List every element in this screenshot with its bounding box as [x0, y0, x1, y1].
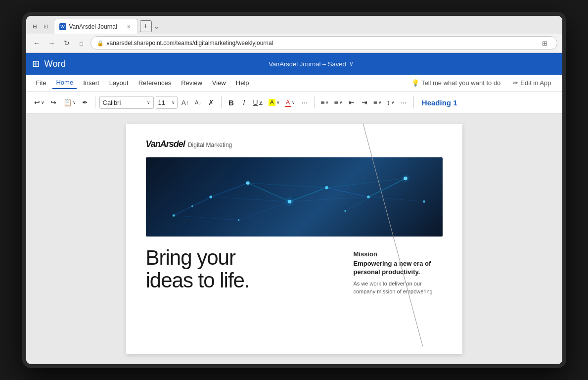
doc-mission-headline: Empowering a new era of personal product…	[354, 260, 443, 277]
font-color-button[interactable]: A ∨	[283, 95, 298, 109]
tab-title: VanArsdel Journal	[69, 23, 123, 30]
svg-point-28	[244, 179, 251, 187]
word-app-bar: ⊞ Word VanArsdel Journal – Saved ∨	[26, 53, 562, 75]
increase-indent-icon: ⇥	[362, 98, 367, 106]
word-doc-title: VanArsdel Journal – Saved ∨	[66, 60, 556, 68]
toolbar-divider-4	[413, 96, 414, 108]
svg-line-11	[192, 183, 248, 206]
tab-ctrl-btn-1[interactable]: ⊟	[31, 22, 39, 30]
browser-chrome: ⊟ ⊡ W VanArsdel Journal × + ⌄ ← → ↻ ⌂	[26, 16, 562, 53]
increase-font-icon: A↑	[181, 99, 189, 106]
bullets-button[interactable]: ≡ ∨	[318, 95, 331, 109]
numbering-button[interactable]: ≡ ∨	[332, 95, 344, 109]
clear-format-button[interactable]: ✗	[205, 95, 217, 109]
line-spacing-icon: ↕	[387, 98, 390, 106]
menu-item-file[interactable]: File	[32, 77, 50, 89]
toolbar-group-paragraph: ≡ ∨ ≡ ∨ ⇤ ⇥ ≡ ∨ ↕ ∨	[318, 95, 409, 109]
svg-line-6	[174, 216, 238, 220]
bold-button[interactable]: B	[226, 95, 237, 109]
format-painter-button[interactable]: ✒	[79, 95, 91, 109]
doc-mission-body: As we work to deliver on our company mis…	[354, 280, 443, 296]
decrease-font-button[interactable]: A↓	[192, 95, 204, 109]
underline-button[interactable]: U ∨	[251, 95, 265, 109]
align-icon: ≡	[373, 98, 377, 106]
redo-button[interactable]: ↩	[47, 95, 59, 109]
toolbar-divider-2	[221, 96, 222, 108]
toolbar-group-undo: ↩ ∨ ↩	[32, 95, 59, 109]
heading-style-button[interactable]: Heading 1	[418, 97, 461, 108]
pencil-icon: ✏	[513, 79, 518, 87]
word-app-name-label: Word	[45, 59, 66, 69]
refresh-button[interactable]: ↻	[61, 37, 73, 49]
svg-point-23	[237, 219, 239, 221]
more-text-button[interactable]: ···	[298, 95, 310, 109]
menu-item-references[interactable]: References	[135, 77, 175, 89]
svg-line-10	[326, 179, 405, 188]
svg-line-8	[248, 183, 326, 188]
new-tab-button[interactable]: +	[140, 20, 152, 32]
toolbar-group-color: A ∨ A ∨ ···	[267, 95, 311, 109]
svg-line-4	[326, 188, 368, 197]
toolbar-divider-1	[95, 96, 95, 108]
bullets-chevron: ∨	[325, 100, 329, 105]
menu-item-insert[interactable]: Insert	[79, 77, 103, 89]
back-button[interactable]: ←	[31, 37, 43, 49]
forward-button[interactable]: →	[46, 37, 58, 49]
italic-button[interactable]: I	[238, 95, 250, 109]
font-name-selector[interactable]: Calibri ∨	[99, 96, 154, 109]
document-area: VanArsdel Digital Marketing	[26, 114, 562, 364]
align-button[interactable]: ≡ ∨	[371, 95, 384, 109]
clipboard-icon: 📋	[63, 98, 72, 106]
doc-content-row: Bring your ideas to life. Mission Empowe…	[146, 246, 443, 296]
svg-point-20	[367, 195, 370, 198]
home-button[interactable]: ⌂	[76, 37, 88, 49]
tab-close-button[interactable]: ×	[126, 23, 133, 30]
font-size-selector[interactable]: 11 ∨	[156, 96, 178, 109]
doc-brand-name: VanArsdel	[146, 139, 185, 149]
undo-button[interactable]: ↩ ∨	[32, 95, 46, 109]
underline-chevron: ∨	[259, 100, 263, 105]
menu-item-view[interactable]: View	[208, 77, 230, 89]
more-paragraph-button[interactable]: ···	[398, 95, 409, 109]
menu-item-layout[interactable]: Layout	[105, 77, 133, 89]
edit-in-app-button[interactable]: ✏ Edit in App	[508, 78, 556, 88]
svg-line-14	[368, 197, 424, 201]
svg-line-5	[368, 179, 406, 197]
increase-indent-button[interactable]: ⇥	[359, 95, 370, 109]
highlight-icon: A	[269, 99, 275, 106]
address-bar[interactable]: 🔒 ⊞	[90, 36, 557, 50]
clipboard-button[interactable]: 📋 ∨	[61, 95, 78, 109]
apps-grid-icon[interactable]: ⊞	[32, 58, 40, 69]
decrease-indent-icon: ⇤	[349, 98, 355, 106]
tab-ctrl-btn-2[interactable]: ⊡	[42, 22, 50, 30]
numbering-icon: ≡	[334, 98, 338, 106]
word-doc-name: VanArsdel Journal – Saved	[269, 60, 346, 68]
reader-view-button[interactable]: ⊞	[539, 37, 551, 49]
font-size-value: 11	[158, 99, 165, 106]
browser-tab-active[interactable]: W VanArsdel Journal ×	[54, 19, 138, 34]
toolbar-group-clipboard: 📋 ∨ ✒	[61, 95, 91, 109]
device-screen: ⊟ ⊡ W VanArsdel Journal × + ⌄ ← → ↻ ⌂	[26, 16, 562, 364]
doc-headline: Bring your ideas to life.	[146, 246, 342, 292]
menu-item-review[interactable]: Review	[177, 77, 206, 89]
tab-overflow-button[interactable]: ⌄	[154, 22, 160, 30]
doc-hero-image	[146, 157, 443, 237]
highlight-button[interactable]: A ∨	[267, 95, 282, 109]
svg-line-12	[238, 201, 289, 220]
address-url-input[interactable]	[107, 40, 536, 47]
increase-font-button[interactable]: A↑	[180, 95, 191, 109]
word-title-chevron-icon[interactable]: ∨	[349, 60, 354, 67]
undo-icon: ↩	[34, 98, 40, 106]
font-name-chevron: ∨	[147, 100, 150, 105]
decrease-indent-button[interactable]: ⇤	[346, 95, 358, 109]
menu-item-help[interactable]: Help	[232, 77, 253, 89]
line-spacing-button[interactable]: ↕ ∨	[385, 95, 397, 109]
doc-mission-label: Mission	[354, 250, 443, 258]
tell-me-button[interactable]: 💡 Tell me what you want to do	[406, 77, 506, 89]
tab-favicon: W	[59, 23, 66, 30]
toolbar-group-font-size: A↑ A↓ ✗	[180, 95, 217, 109]
svg-point-26	[284, 196, 295, 207]
menu-item-home[interactable]: Home	[52, 77, 77, 89]
browser-nav-bar: ← → ↻ ⌂ 🔒 ⊞	[26, 34, 562, 52]
browser-tab-bar: ⊟ ⊡ W VanArsdel Journal × + ⌄	[26, 16, 562, 34]
